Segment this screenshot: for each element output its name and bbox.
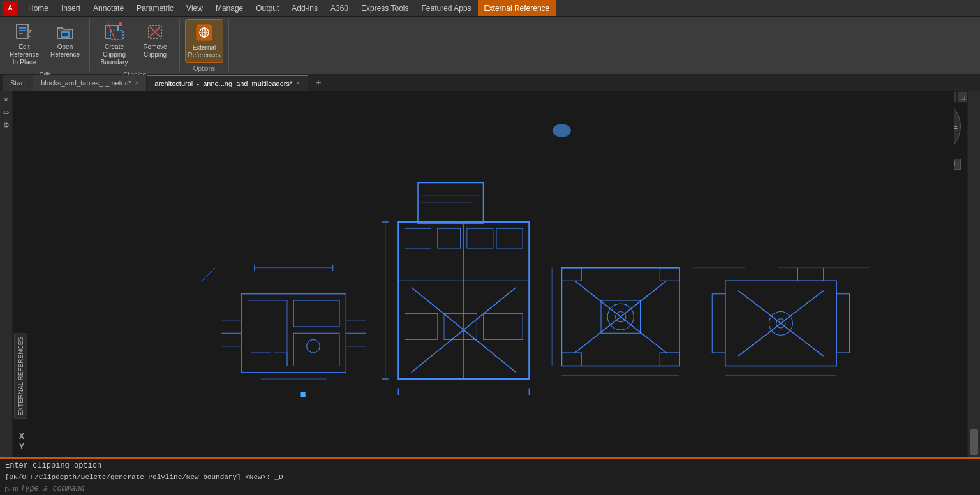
create-clipping-icon	[104, 22, 124, 42]
open-reference-icon	[55, 22, 75, 42]
external-references-label: External References	[188, 44, 220, 59]
tab-blocks[interactable]: blocks_and_tables_-_metric* ×	[33, 75, 147, 91]
svg-rect-85	[301, 392, 306, 397]
drawing-canvas[interactable]: − □ × N S E W TOP Unnamed	[13, 91, 980, 457]
menu-insert[interactable]: Insert	[55, 0, 87, 16]
menu-express-tools[interactable]: Express Tools	[355, 0, 415, 16]
menu-parametric[interactable]: Parametric	[130, 0, 180, 16]
tab-architectural[interactable]: architectural_-_anno...ng_and_multileade…	[147, 75, 308, 91]
edit-reference-label: Edit Reference In-Place	[9, 43, 40, 66]
add-tab-button[interactable]: +	[311, 75, 326, 91]
cmd-output-line2: [ON/OFF/Clipdepth/Delete/generate Polyli…	[5, 473, 975, 481]
svg-point-18	[553, 124, 571, 137]
drawing-area	[13, 91, 980, 457]
open-reference-label: Open Reference	[50, 43, 80, 59]
svg-rect-0	[17, 24, 28, 38]
edit-reference-icon	[14, 22, 34, 42]
create-clipping-label: Create Clipping Boundary	[99, 43, 130, 66]
tab-start-label: Start	[10, 79, 25, 87]
cmd-input-indicator: ⊞	[13, 485, 18, 492]
cmd-prompt-icon: ▷	[5, 485, 10, 493]
edit-reference-btn[interactable]: Edit Reference In-Place	[5, 19, 43, 69]
left-tools-panel: × ⇔ ⚙	[0, 91, 13, 457]
toolbar-group-options: External References Options	[180, 19, 229, 71]
menu-view[interactable]: View	[180, 0, 209, 16]
menu-output[interactable]: Output	[249, 0, 285, 16]
tab-architectural-close[interactable]: ×	[296, 80, 300, 87]
settings-btn[interactable]: ⚙	[1, 119, 12, 131]
svg-rect-6	[110, 31, 123, 40]
menu-manage[interactable]: Manage	[209, 0, 249, 16]
external-references-btn[interactable]: External References	[185, 19, 223, 63]
right-tools-panel	[967, 91, 980, 457]
command-line: Enter clipping option [ON/OFF/Clipdepth/…	[0, 457, 980, 495]
external-references-icon	[194, 22, 214, 43]
create-clipping-btn[interactable]: Create Clipping Boundary	[95, 19, 133, 69]
toolbar-group-clipping: Create Clipping Boundary Remove Clipping…	[90, 19, 180, 71]
menu-home[interactable]: Home	[22, 0, 55, 16]
xy-indicator: X Y	[19, 432, 24, 451]
menu-annotate[interactable]: Annotate	[87, 0, 130, 16]
toolbar-group-edit: Edit Reference In-Place Open Reference E…	[0, 19, 90, 71]
remove-clipping-btn[interactable]: Remove Clipping	[136, 19, 174, 61]
tab-blocks-label: blocks_and_tables_-_metric*	[41, 79, 131, 87]
svg-point-8	[119, 22, 122, 26]
collapse-btn[interactable]: ⇔	[1, 107, 12, 118]
close-panel-btn[interactable]: ×	[1, 94, 12, 105]
tab-architectural-label: architectural_-_anno...ng_and_multileade…	[154, 80, 292, 87]
remove-clipping-icon	[145, 22, 165, 42]
menu-external-reference[interactable]: External Reference	[478, 0, 556, 16]
y-label: Y	[19, 442, 24, 451]
x-label: X	[19, 432, 24, 441]
menu-featured-apps[interactable]: Featured Apps	[415, 0, 478, 16]
cmd-input-field[interactable]	[20, 484, 975, 493]
remove-clipping-label: Remove Clipping	[140, 43, 170, 59]
cmd-output-line1: Enter clipping option	[5, 461, 975, 470]
svg-rect-17	[39, 91, 954, 457]
menu-addins[interactable]: Add-ins	[285, 0, 324, 16]
svg-rect-4	[61, 32, 69, 37]
open-reference-btn[interactable]: Open Reference	[46, 19, 84, 61]
external-references-sidebar[interactable]: EXTERNAL REFERENCES	[14, 334, 27, 419]
tab-blocks-close[interactable]: ×	[135, 80, 138, 87]
document-tabs: Start blocks_and_tables_-_metric* × arch…	[0, 75, 980, 91]
options-group-label: Options	[193, 63, 215, 73]
tab-start[interactable]: Start	[3, 75, 33, 91]
menu-a360[interactable]: A360	[324, 0, 355, 16]
app-logo[interactable]: A	[3, 1, 18, 16]
right-scroll[interactable]	[970, 429, 978, 455]
